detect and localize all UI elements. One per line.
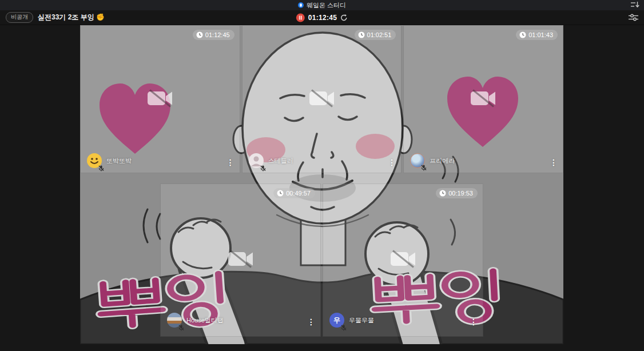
window-titlebar: 웨일온 스터디 bbox=[0, 0, 644, 10]
clock-icon bbox=[358, 31, 365, 38]
mic-off-icon bbox=[178, 325, 184, 331]
video-settings-button[interactable] bbox=[629, 14, 638, 21]
tile-more-button[interactable]: ⋮ bbox=[388, 158, 396, 166]
participant-name: 스테들러 bbox=[268, 157, 293, 165]
study-timer-badge: 01:02:51 bbox=[355, 30, 396, 40]
avatar-letter: 우 bbox=[333, 316, 340, 325]
camera-off-icon bbox=[309, 89, 335, 110]
camera-off-icon bbox=[390, 249, 416, 271]
participant-name: 또박또박 bbox=[106, 157, 132, 165]
study-timer-badge: 00:49:57 bbox=[273, 188, 315, 198]
app-title: 웨일온 스터디 bbox=[307, 1, 346, 10]
mic-off-icon bbox=[98, 165, 104, 171]
clock-icon bbox=[439, 190, 446, 197]
tile-more-button[interactable]: ⋮ bbox=[470, 318, 478, 326]
study-timer-badge: 01:12:45 bbox=[193, 30, 234, 40]
session-timer-control: 01:12:45 bbox=[296, 13, 348, 22]
session-timer-value: 01:12:45 bbox=[308, 14, 337, 22]
study-timer-value: 00:49:57 bbox=[286, 190, 311, 197]
participant-namebar: 또박또박 bbox=[87, 153, 132, 168]
study-timer-badge: 01:01:43 bbox=[516, 30, 558, 40]
study-timer-value: 01:12:45 bbox=[205, 31, 230, 38]
avatar bbox=[249, 153, 264, 168]
study-timer-value: 01:02:51 bbox=[367, 31, 392, 38]
tab-list-button[interactable] bbox=[630, 1, 639, 10]
mic-off-icon bbox=[421, 165, 427, 171]
filter-sliders-icon bbox=[629, 14, 638, 21]
room-title: 실전33기 2조 부잉 ✊ bbox=[38, 13, 105, 22]
mic-off-icon bbox=[260, 165, 266, 171]
video-tile: 01:12:45 bbox=[80, 25, 240, 173]
tile-grid: 01:12:45 bbox=[80, 25, 563, 337]
avatar bbox=[410, 153, 425, 168]
clock-icon bbox=[519, 31, 526, 38]
video-tile: 01:01:43 bbox=[403, 25, 563, 173]
avatar bbox=[167, 313, 182, 328]
study-timer-value: 00:19:53 bbox=[448, 190, 473, 197]
participant-name: 프리메라 bbox=[430, 157, 455, 165]
reset-icon bbox=[340, 14, 348, 21]
study-timer-badge: 00:19:53 bbox=[436, 188, 478, 198]
video-tile: 01:02:51 bbox=[242, 25, 402, 173]
tile-more-button[interactable]: ⋮ bbox=[226, 158, 234, 166]
clock-icon bbox=[277, 190, 284, 197]
timer-pause-button[interactable] bbox=[296, 13, 305, 22]
room-header: 비공개 실전33기 2조 부잉 ✊ 01:12:45 bbox=[0, 10, 644, 25]
participant-namebar: 스테들러 bbox=[249, 153, 293, 168]
app-favicon-icon bbox=[298, 2, 304, 8]
timer-reset-button[interactable] bbox=[340, 14, 348, 21]
participant-name: 우물우물 bbox=[349, 316, 374, 325]
clock-icon bbox=[196, 31, 203, 38]
video-tile: 00:19:53 우 bbox=[323, 184, 483, 337]
privacy-badge: 비공개 bbox=[6, 12, 33, 23]
mic-off-icon bbox=[341, 325, 347, 331]
study-timer-value: 01:01:43 bbox=[528, 31, 553, 38]
participant-namebar: House멀티탭 bbox=[167, 313, 224, 328]
camera-off-icon bbox=[228, 249, 254, 271]
tab-list-icon bbox=[630, 1, 639, 9]
participant-namebar: 프리메라 bbox=[410, 153, 455, 168]
avatar bbox=[87, 153, 102, 168]
meeting-content: 01:12:45 bbox=[0, 25, 644, 351]
tile-more-button[interactable]: ⋮ bbox=[550, 158, 558, 166]
video-tile: 00:49:57 bbox=[160, 184, 321, 337]
camera-off-icon bbox=[470, 89, 496, 110]
tile-more-button[interactable]: ⋮ bbox=[307, 318, 315, 326]
participant-name: House멀티탭 bbox=[186, 316, 224, 325]
avatar: 우 bbox=[329, 313, 344, 328]
video-stage: 01:12:45 bbox=[80, 25, 563, 344]
camera-off-icon bbox=[147, 89, 173, 110]
participant-namebar: 우 우물우물 bbox=[329, 313, 374, 328]
